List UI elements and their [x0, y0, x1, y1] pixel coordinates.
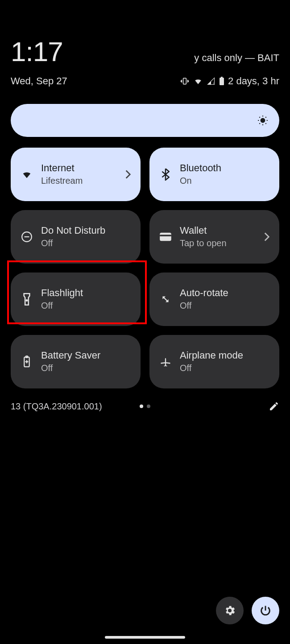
navigation-handle[interactable]	[105, 636, 185, 639]
bluetooth-icon	[159, 168, 172, 181]
battery-icon	[219, 77, 224, 86]
page-dot-inactive	[147, 405, 150, 408]
battery-saver-icon	[21, 355, 33, 368]
date-text: Wed, Sep 27	[11, 75, 67, 87]
tile-wallet[interactable]: Wallet Tap to open	[149, 210, 279, 264]
tile-subtitle: Off	[180, 299, 269, 312]
power-button[interactable]	[252, 597, 279, 624]
tile-subtitle: Off	[41, 299, 131, 312]
svg-text:!: !	[213, 82, 214, 85]
quick-settings-header: 1:17 y calls only — BAIT Wed, Sep 27 ! 2…	[0, 0, 290, 87]
tile-battery-saver[interactable]: Battery Saver Off	[11, 335, 141, 388]
svg-rect-0	[183, 78, 186, 84]
tile-bluetooth[interactable]: Bluetooth On	[149, 148, 279, 201]
flashlight-icon	[21, 293, 33, 305]
tile-autorotate[interactable]: Auto-rotate Off	[149, 272, 279, 326]
svg-rect-2	[220, 78, 224, 85]
edit-tiles-button[interactable]	[269, 401, 279, 412]
bottom-action-buttons	[216, 597, 279, 624]
tile-title: Auto-rotate	[180, 287, 269, 300]
tile-title: Flashlight	[41, 287, 131, 300]
svg-point-8	[26, 300, 28, 301]
tile-flashlight[interactable]: Flashlight Off	[11, 272, 141, 326]
settings-button[interactable]	[216, 597, 244, 624]
tile-title: Battery Saver	[41, 349, 131, 362]
wifi-icon	[193, 77, 203, 85]
dnd-icon	[21, 231, 33, 243]
brightness-icon	[257, 115, 269, 126]
chevron-right-icon	[264, 232, 269, 241]
footer-row: 13 (TQ3A.230901.001)	[11, 401, 279, 412]
wallet-icon	[159, 232, 172, 242]
quick-settings-tiles: Internet Lifestream Bluetooth On Do Not …	[11, 148, 279, 388]
tile-title: Airplane mode	[180, 349, 269, 362]
tile-subtitle: Lifestream	[41, 174, 117, 187]
svg-point-4	[261, 119, 265, 123]
page-indicator	[140, 405, 150, 408]
build-version: 13 (TQ3A.230901.001)	[11, 401, 102, 412]
carrier-text: y calls only — BAIT	[194, 52, 279, 64]
tile-airplane[interactable]: Airplane mode Off	[149, 335, 279, 388]
wifi-icon	[21, 169, 33, 179]
signal-icon: !	[207, 77, 215, 85]
chevron-right-icon	[125, 170, 131, 179]
page-dot-active	[140, 405, 143, 408]
tile-subtitle: Off	[180, 362, 269, 374]
tile-dnd[interactable]: Do Not Disturb Off	[11, 210, 141, 264]
tile-subtitle: Off	[41, 362, 131, 374]
tile-title: Do Not Disturb	[41, 224, 131, 237]
brightness-slider[interactable]	[11, 104, 279, 137]
tile-internet[interactable]: Internet Lifestream	[11, 148, 141, 201]
airplane-icon	[159, 355, 172, 368]
tile-title: Internet	[41, 162, 117, 175]
tile-subtitle: On	[180, 174, 269, 187]
rotate-icon	[159, 293, 172, 305]
svg-rect-6	[160, 233, 171, 241]
tile-subtitle: Off	[41, 237, 131, 249]
battery-time-text: 2 days, 3 hr	[228, 75, 279, 87]
svg-rect-7	[160, 235, 171, 236]
clock-time: 1:17	[11, 36, 63, 67]
tile-title: Wallet	[180, 224, 256, 237]
tile-title: Bluetooth	[180, 162, 269, 175]
svg-rect-3	[221, 77, 223, 78]
tile-subtitle: Tap to open	[180, 237, 256, 249]
vibrate-icon	[180, 77, 190, 86]
status-icons: ! 2 days, 3 hr	[180, 75, 279, 87]
